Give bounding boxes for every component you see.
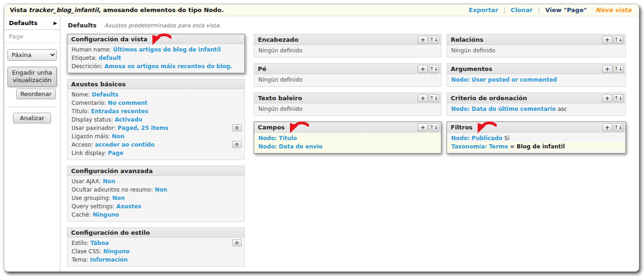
tab-label: Defaults <box>9 19 38 26</box>
box-title: Texto baleiro <box>258 95 302 102</box>
setting-link[interactable]: Nodo: Data do último comentario <box>451 106 556 112</box>
reorder-button[interactable]: Reordenar <box>16 89 56 99</box>
setting-link[interactable]: Información <box>90 257 128 263</box>
box-body: Nome:DefaultsComentario:No commentTítulo… <box>67 89 244 160</box>
setting-link[interactable]: Amosa os artigos máis recentes do blog. <box>105 63 232 70</box>
setting-link[interactable]: Taxonomía: Termo <box>451 143 508 150</box>
add-item-button[interactable]: + <box>418 94 428 102</box>
rearrange-button[interactable]: ↑↓ <box>429 36 439 44</box>
new-view-link[interactable]: Nova vista <box>596 6 631 13</box>
export-link[interactable]: Exportar <box>469 6 498 13</box>
settings-box-arguments: Argumentos+↑↓Nodo: User posted or commen… <box>447 63 626 87</box>
annotation-arrow-icon <box>289 121 309 135</box>
column-1: Configuración da vistaHuman name:Últimos… <box>67 34 245 272</box>
setting-label: Display status: <box>72 116 113 123</box>
rearrange-button[interactable]: ↑↓ <box>429 65 439 73</box>
link-divider <box>539 7 539 13</box>
setting-row: Ocultar adxuntos no resumo:Non <box>67 186 244 194</box>
setting-link[interactable]: Non <box>112 195 125 201</box>
box-header: Configuración da vista <box>67 34 244 44</box>
setting-row: Ligazón máis:Non <box>67 132 244 141</box>
setting-row: Nome:Defaults <box>67 90 244 99</box>
box-body: Ningún definido <box>254 103 441 116</box>
box-header: Configuración avanzada <box>67 166 244 176</box>
setting-row: Estilo:Táboa⚙ <box>67 239 244 247</box>
gear-button[interactable]: ⚙ <box>232 141 242 148</box>
setting-row: Nodo: PublicadoSi <box>447 134 625 142</box>
setting-row: Use grouping:Non <box>67 194 244 202</box>
setting-link[interactable]: Últimos artigos do blog de infantil <box>113 46 221 53</box>
add-item-button[interactable]: + <box>602 94 612 102</box>
settings-box-header: Encabezado+↑↓Ningún definido <box>254 34 441 58</box>
add-item-button[interactable]: + <box>602 65 612 73</box>
box-header: Configuración do estilo <box>67 228 244 237</box>
empty-state-text: Ningún definido <box>258 47 302 54</box>
setting-suffix: Si <box>504 135 509 141</box>
setting-link[interactable]: Activado <box>115 116 142 123</box>
setting-link[interactable]: default <box>99 55 121 61</box>
setting-link[interactable]: Paged, 25 items <box>118 125 168 131</box>
add-item-button[interactable]: + <box>602 36 612 44</box>
setting-label: Query settings: <box>72 203 114 210</box>
rearrange-button[interactable]: ↑↓ <box>613 94 624 102</box>
setting-row: Taxonomía: Termo= Blog de infantil <box>447 142 625 151</box>
add-item-button[interactable]: + <box>418 123 428 131</box>
column-2: Encabezado+↑↓Ningún definidoPé+↑↓Ningún … <box>254 34 441 159</box>
setting-link[interactable]: Táboa <box>91 240 109 246</box>
settings-box-basic-settings: Axustes básicosNome:DefaultsComentario:N… <box>67 79 245 160</box>
empty-state-text: Ningún definido <box>451 47 495 54</box>
rearrange-button[interactable]: ↑↓ <box>613 65 624 73</box>
box-title: Filtros <box>451 124 473 131</box>
rearrange-button[interactable]: ↑↓ <box>613 123 624 131</box>
box-header-controls: +↑↓ <box>602 65 624 73</box>
add-display-button[interactable]: Engadir unha visualización <box>7 67 57 87</box>
add-item-button[interactable]: + <box>418 65 428 73</box>
display-header: Defaults Axustes predeterminados para es… <box>68 20 630 29</box>
box-title: Argumentos <box>451 65 493 72</box>
gear-button[interactable]: ⚙ <box>232 124 242 131</box>
active-tab-arrow-icon: ▶ <box>53 20 57 26</box>
view-page-link[interactable]: View "Page" <box>545 6 586 13</box>
setting-link[interactable]: Ninguno <box>92 212 119 218</box>
views-admin-window: Vistatracker_blog_infantil, amosando ele… <box>4 4 639 272</box>
setting-link[interactable]: Nodo: User posted or commented <box>451 77 557 83</box>
setting-link[interactable]: acceder ao contido <box>95 141 154 148</box>
rearrange-button[interactable]: ↑↓ <box>613 36 624 44</box>
topbar-links: Exportar Clonar View "Page" Nova vista <box>469 6 631 13</box>
setting-row: Display status:Activado <box>67 116 244 124</box>
setting-row: Comentario:No comment <box>67 99 244 107</box>
analyze-button[interactable]: Analizar <box>13 113 51 123</box>
sidebar-tab-page[interactable]: Page <box>4 30 60 43</box>
gear-icon: ⚙ <box>235 125 239 130</box>
setting-link[interactable]: Nodo: Título <box>258 135 297 141</box>
setting-link[interactable]: Non <box>155 186 167 193</box>
setting-label: Caché: <box>72 212 91 218</box>
box-body: Ningún definido <box>447 45 625 57</box>
add-item-button[interactable]: + <box>418 36 428 44</box>
box-header-controls: +↑↓ <box>602 94 624 102</box>
add-item-button[interactable]: + <box>602 123 612 131</box>
setting-link[interactable]: Page <box>108 150 123 156</box>
settings-box-filters: Filtros+↑↓Nodo: PublicadoSiTaxonomía: Te… <box>447 122 626 154</box>
setting-label: Usar paxinador: <box>72 125 116 131</box>
setting-link[interactable]: Ninguno <box>103 248 130 255</box>
clone-link[interactable]: Clonar <box>511 6 532 13</box>
setting-label: Acceso: <box>72 141 93 148</box>
setting-link[interactable]: Axustes <box>116 203 141 210</box>
display-type-select[interactable]: Páxina <box>7 49 57 61</box>
setting-row: Ningún definido <box>447 46 625 55</box>
rearrange-button[interactable]: ↑↓ <box>429 94 439 102</box>
sidebar-tab-defaults[interactable]: Defaults ▶ <box>4 16 60 30</box>
setting-link[interactable]: No comment <box>108 100 147 106</box>
column-3: Relacións+↑↓Ningún definidoArgumentos+↑↓… <box>447 34 626 159</box>
rearrange-button[interactable]: ↑↓ <box>429 123 439 131</box>
setting-link[interactable]: Defaults <box>92 91 118 98</box>
setting-link[interactable]: Nodo: Publicado <box>451 135 502 141</box>
setting-link[interactable]: Entradas recentes <box>91 108 148 115</box>
box-body: Nodo: Data do último comentarioasc <box>447 103 625 116</box>
setting-link[interactable]: Nodo: Data de envio <box>258 143 322 150</box>
setting-link[interactable]: Non <box>103 178 115 185</box>
setting-link[interactable]: Non <box>112 133 125 140</box>
content-area: Defaults ▶ Page Páxina Engadir unha visu… <box>4 16 639 271</box>
gear-button[interactable]: ⚙ <box>232 239 242 246</box>
